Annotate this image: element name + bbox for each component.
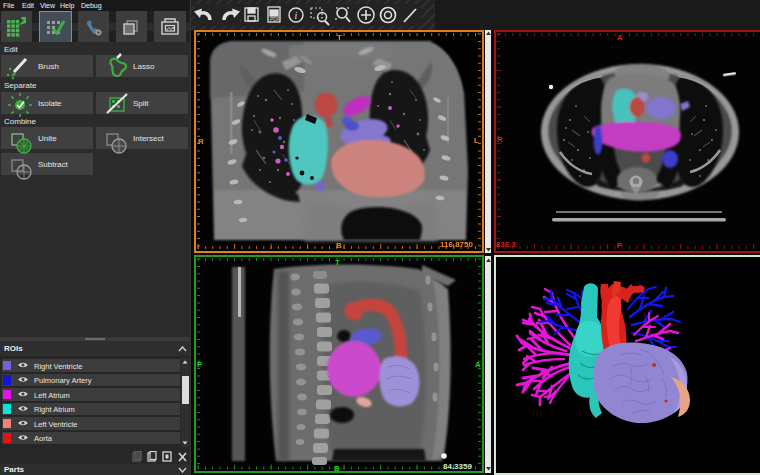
- svg-text:836.3: 836.3: [496, 240, 517, 249]
- svg-text:T: T: [335, 258, 340, 267]
- svg-text:PDF: PDF: [270, 16, 280, 22]
- svg-text:i: i: [295, 10, 298, 21]
- svg-text:116.8750: 116.8750: [440, 240, 473, 249]
- svg-text:P: P: [197, 360, 203, 369]
- svg-text:A: A: [617, 33, 623, 42]
- svg-text:R: R: [198, 137, 204, 146]
- svg-text:84.3359: 84.3359: [443, 462, 472, 471]
- svg-text:B: B: [336, 241, 342, 250]
- svg-text:R: R: [497, 135, 503, 144]
- svg-text:T: T: [337, 33, 342, 42]
- svg-text:L: L: [474, 136, 479, 145]
- svg-text:B: B: [334, 464, 340, 473]
- svg-text:A: A: [475, 360, 481, 369]
- svg-text:P: P: [617, 241, 623, 250]
